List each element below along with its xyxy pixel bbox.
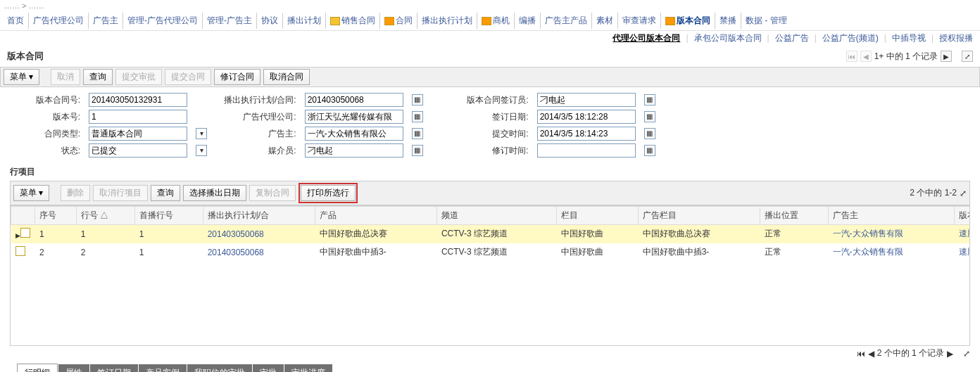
label-contract-no: 版本合同号: <box>7 91 84 108</box>
nav-tab[interactable]: 商机 <box>477 13 515 29</box>
next-page-icon[interactable]: ▶ <box>947 349 953 359</box>
expand-icon[interactable]: ⤢ <box>960 188 967 198</box>
picker-icon[interactable]: ▦ <box>412 111 423 122</box>
picker-icon[interactable]: ▦ <box>412 128 423 139</box>
picker-icon[interactable]: ▦ <box>644 94 655 105</box>
label-media-buyer: 媒介员: <box>220 142 301 159</box>
dropdown-icon[interactable]: ▾ <box>196 145 207 156</box>
input-revise-time[interactable] <box>537 143 636 158</box>
column-header[interactable]: 栏目 <box>556 207 638 225</box>
detail-tab[interactable]: 审批进度 <box>284 364 332 372</box>
input-media-buyer[interactable] <box>305 143 403 158</box>
label-ver-no: 版本号: <box>7 108 84 125</box>
table-row[interactable]: 221201403050068中国好歌曲中插3-CCTV-3 综艺频道中国好歌曲… <box>11 243 971 262</box>
expand-icon[interactable]: ⤢ <box>962 51 973 62</box>
calendar-icon[interactable]: ▦ <box>644 111 655 122</box>
detail-tab[interactable]: 我职位的审批 <box>187 364 252 372</box>
input-ctype[interactable] <box>89 127 187 141</box>
cell: 一汽-大众销售有限 <box>828 225 954 243</box>
subnav-link[interactable]: 承包公司版本合同 <box>691 33 765 43</box>
cell: 201403050068 <box>203 243 315 262</box>
next-page-icon[interactable]: ▶ <box>941 51 952 62</box>
detail-tab[interactable]: 行明细 <box>17 364 58 372</box>
nav-tab[interactable]: 广告主产品 <box>541 13 592 29</box>
cell: 1 <box>134 225 203 243</box>
subnav-link[interactable]: 代理公司版本合同 <box>610 33 683 43</box>
detail-tab[interactable]: 签订日期 <box>90 364 138 372</box>
nav-tab[interactable]: 播出计划 <box>283 13 326 29</box>
menu-button[interactable]: 菜单 <box>13 185 49 201</box>
column-header[interactable]: 序号 <box>35 207 77 225</box>
subnav-link[interactable]: 公益广告(频道) <box>819 33 881 43</box>
column-header[interactable]: 广告主 <box>828 207 954 225</box>
cell: 2 <box>35 243 77 262</box>
nav-tab[interactable]: 广告主 <box>89 13 123 29</box>
prev-page-icon[interactable]: ◀ <box>860 51 872 62</box>
nav-tab[interactable]: 数据 - 管理 <box>741 13 791 29</box>
column-header[interactable]: 播出执行计划/合 <box>203 207 315 225</box>
column-header[interactable]: 频道 <box>436 207 556 225</box>
label-revise-time: 修订时间: <box>456 142 533 159</box>
column-header[interactable]: 广告栏目 <box>638 207 760 225</box>
nav-tab[interactable]: 协议 <box>257 13 283 29</box>
subnav-link[interactable]: 授权报播 <box>936 33 976 43</box>
nav-tab[interactable]: 编播 <box>515 13 541 29</box>
column-header[interactable]: 产品 <box>315 207 436 225</box>
input-sign-date[interactable] <box>537 110 636 124</box>
picker-icon[interactable]: ▦ <box>412 94 423 105</box>
nav-tab[interactable]: 管理-广告代理公司 <box>123 13 203 29</box>
menu-button[interactable]: 菜单 <box>4 69 39 85</box>
query-button[interactable]: 查询 <box>83 69 113 85</box>
first-page-icon[interactable]: ⏮ <box>846 51 857 62</box>
detail-tab[interactable]: 审批 <box>253 364 284 372</box>
input-status[interactable] <box>89 143 187 158</box>
submit-approval-button: 提交审批 <box>115 69 162 85</box>
nav-tab[interactable]: 管理-广告主 <box>203 13 257 29</box>
nav-tab[interactable]: 广告代理公司 <box>29 13 89 29</box>
input-contract-no[interactable] <box>89 93 187 107</box>
input-ver-no[interactable] <box>89 110 187 124</box>
first-page-icon[interactable]: ⏮ <box>857 349 865 359</box>
cell: 1 <box>35 225 77 243</box>
column-header[interactable]: 首播行号 <box>134 207 203 225</box>
input-advertiser[interactable] <box>305 127 403 141</box>
nav-tab[interactable]: 版本合同 <box>661 13 715 29</box>
detail-tab[interactable]: 产品实例 <box>139 364 187 372</box>
table-row[interactable]: ▶111201403050068中国好歌曲总决赛CCTV-3 综艺频道中国好歌曲… <box>11 225 971 243</box>
input-exec-plan[interactable] <box>305 93 403 107</box>
expand-icon[interactable]: ⤢ <box>963 349 970 359</box>
cell: 中国好歌曲总决赛 <box>315 225 436 243</box>
calendar-icon[interactable]: ▦ <box>644 128 655 139</box>
dropdown-icon[interactable]: ▾ <box>196 128 207 139</box>
nav-tab[interactable]: 禁播 <box>715 13 741 29</box>
section-line-items: 行项目 <box>0 163 980 181</box>
calendar-icon[interactable]: ▦ <box>644 145 655 156</box>
column-header[interactable]: 版本标题 <box>954 207 970 225</box>
cell: 速腾GIL15秒 2月17 <box>954 225 970 243</box>
picker-icon[interactable]: ▦ <box>412 145 423 156</box>
nav-tab[interactable]: 素材 <box>592 13 618 29</box>
top-nav: 首页广告代理公司广告主管理-广告代理公司管理-广告主协议播出计划销售合同合同播出… <box>0 11 980 31</box>
line-items-grid[interactable]: 序号行号 △首播行号播出执行计划/合产品频道栏目广告栏目播出位置广告主版本标题素… <box>10 205 970 346</box>
revise-contract-button[interactable]: 修订合同 <box>214 69 260 85</box>
nav-tab[interactable]: 合同 <box>380 13 417 29</box>
print-selected-button[interactable]: 打印所选行 <box>301 185 356 201</box>
nav-icon <box>330 17 340 25</box>
cancel-contract-button[interactable]: 取消合同 <box>263 69 310 85</box>
input-agency[interactable] <box>305 110 403 124</box>
column-header[interactable]: 播出位置 <box>760 207 828 225</box>
detail-tab[interactable]: 属性 <box>58 364 89 372</box>
input-submit-time[interactable] <box>537 127 636 141</box>
query-button[interactable]: 查询 <box>151 185 180 201</box>
nav-tab[interactable]: 销售合同 <box>326 13 380 29</box>
subnav-link[interactable]: 公益广告 <box>772 33 812 43</box>
column-header[interactable]: 行号 △ <box>76 207 134 225</box>
nav-tab[interactable]: 审查请求 <box>618 13 661 29</box>
subnav-link[interactable]: 中插导视 <box>889 33 929 43</box>
nav-tab[interactable]: 首页 <box>3 13 29 29</box>
toolbar-lines: 菜单 删除 取消行项目 查询 选择播出日期 复制合同 打印所选行 2 个中的 1… <box>10 181 970 205</box>
prev-page-icon[interactable]: ◀ <box>868 349 874 359</box>
pick-date-button[interactable]: 选择播出日期 <box>183 185 246 201</box>
input-signer[interactable] <box>537 93 636 107</box>
nav-tab[interactable]: 播出执行计划 <box>417 13 477 29</box>
